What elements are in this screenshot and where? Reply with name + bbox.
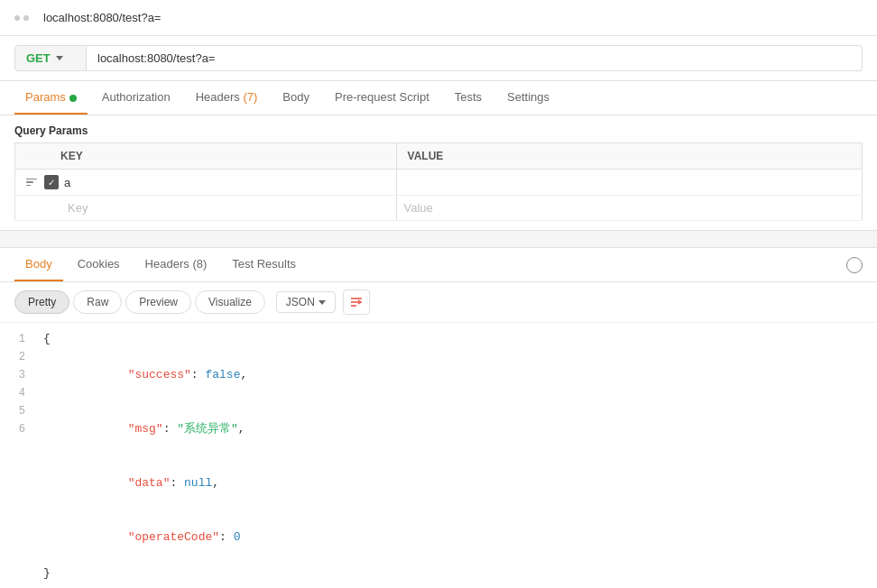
tab-prerequest[interactable]: Pre-request Script: [324, 81, 440, 115]
key-column-header: KEY: [15, 143, 397, 170]
line-num-1: 1: [11, 330, 25, 348]
top-bar-url: localhost:8080/test?a=: [43, 11, 161, 24]
params-badge: [69, 95, 77, 102]
request-tabs: Params Authorization Headers (7) Body Pr…: [0, 81, 877, 115]
row-controls: [23, 175, 59, 189]
line-num-4: 4: [11, 384, 25, 402]
response-section: Body Cookies Headers (8) Test Results Pr…: [0, 248, 877, 588]
new-key-cell: Key: [15, 196, 397, 221]
format-pretty[interactable]: Pretty: [14, 290, 69, 314]
tab-params[interactable]: Params: [14, 81, 88, 115]
window-controls: [14, 15, 29, 21]
tab-tests[interactable]: Tests: [444, 81, 493, 115]
row-checkbox[interactable]: [44, 175, 59, 189]
method-label: GET: [26, 51, 51, 65]
headers-count: (7): [243, 90, 257, 104]
response-tabs: Body Cookies Headers (8) Test Results: [0, 248, 877, 282]
response-tab-test-results[interactable]: Test Results: [221, 248, 307, 281]
response-tab-body[interactable]: Body: [14, 248, 63, 281]
code-line-4: "data": null,: [43, 456, 870, 510]
response-tab-cookies[interactable]: Cookies: [67, 248, 131, 281]
url-input[interactable]: [87, 45, 863, 71]
tab-settings[interactable]: Settings: [496, 81, 560, 115]
code-content: { "success": false, "msg": "系统异常", "data…: [36, 330, 877, 583]
response-tab-right: [846, 257, 863, 273]
format-toolbar: Pretty Raw Preview Visualize JSON: [0, 282, 877, 323]
line-numbers: 1 2 3 4 5 6: [0, 330, 36, 583]
new-value-cell: Value: [396, 196, 862, 221]
key-placeholder: Key: [68, 201, 88, 215]
json-format-label: JSON: [286, 296, 315, 308]
code-line-1: {: [43, 330, 870, 348]
params-table: KEY VALUE a: [14, 142, 863, 221]
table-row: a: [15, 170, 863, 196]
line-num-3: 3: [11, 366, 25, 384]
response-tab-headers[interactable]: Headers (8): [134, 248, 218, 281]
code-view: 1 2 3 4 5 6 { "success": false, "msg": "…: [0, 323, 877, 588]
key-value: a: [64, 176, 70, 189]
new-row: Key Value: [15, 196, 863, 221]
chevron-down-icon: [56, 56, 63, 60]
section-divider: [0, 230, 877, 248]
dot-2: [23, 15, 29, 21]
filter-icon: [26, 176, 39, 188]
code-line-5: "operateCode": 0: [43, 510, 870, 565]
line-num-6: 6: [11, 420, 25, 438]
dot-1: [14, 15, 20, 21]
format-visualize[interactable]: Visualize: [195, 290, 265, 314]
value-cell: [396, 170, 862, 196]
wrap-icon: [350, 296, 363, 308]
json-chevron-icon: [318, 300, 326, 305]
format-preview[interactable]: Preview: [125, 290, 191, 314]
code-line-2: "success": false,: [43, 348, 870, 402]
value-placeholder: Value: [404, 201, 433, 215]
method-select[interactable]: GET: [14, 45, 87, 71]
request-bar: GET: [0, 36, 877, 81]
json-format-select[interactable]: JSON: [276, 291, 336, 313]
wrap-button[interactable]: [343, 289, 370, 315]
key-cell: a: [15, 170, 397, 196]
tab-authorization[interactable]: Authorization: [91, 81, 181, 115]
format-raw[interactable]: Raw: [73, 290, 122, 314]
tab-headers[interactable]: Headers (7): [185, 81, 269, 115]
response-headers-count: (8): [192, 257, 207, 271]
query-params-section: Query Params KEY VALUE: [0, 115, 877, 221]
top-bar: localhost:8080/test?a=: [0, 0, 877, 36]
line-num-2: 2: [11, 348, 25, 366]
tab-body[interactable]: Body: [272, 81, 320, 115]
code-line-3: "msg": "系统异常",: [43, 402, 870, 456]
value-column-header: VALUE: [396, 143, 862, 170]
line-num-5: 5: [11, 402, 25, 420]
query-params-label: Query Params: [14, 124, 863, 137]
code-line-6: }: [43, 565, 870, 583]
globe-icon: [846, 257, 863, 273]
